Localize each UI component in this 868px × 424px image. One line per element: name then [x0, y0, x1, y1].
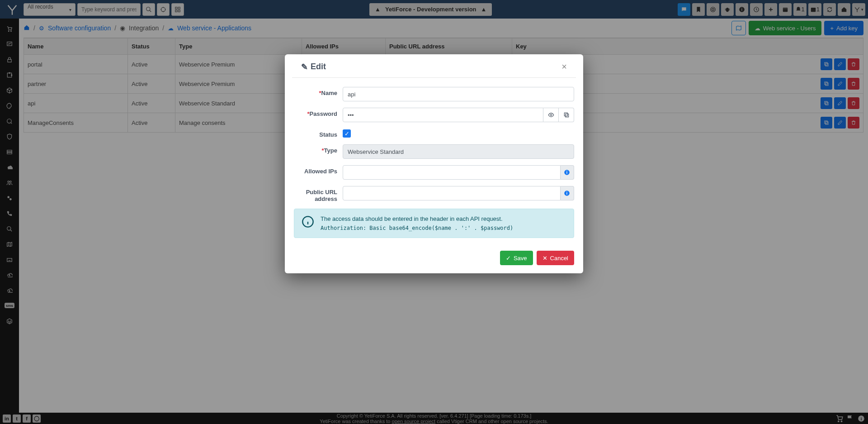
label-url: Public URL address — [306, 189, 337, 202]
info-code: Authorization: Basic base64_encode($name… — [321, 225, 513, 231]
label-password: Password — [310, 110, 337, 117]
label-type: Type — [324, 147, 337, 154]
password-input[interactable] — [343, 108, 543, 122]
public-url-input[interactable] — [343, 186, 561, 200]
svg-point-40 — [550, 114, 552, 116]
svg-text:i: i — [566, 171, 567, 175]
save-button[interactable]: ✓ Save — [500, 251, 533, 265]
info-circle-icon — [302, 215, 314, 231]
edit-modal: ✎ Edit × *Name *Password Status ✓ *Type — [285, 54, 583, 273]
type-input — [343, 144, 574, 159]
label-ips: Allowed IPs — [304, 168, 337, 175]
allowed-ips-input[interactable] — [343, 165, 561, 180]
url-info-button[interactable]: i — [561, 186, 574, 200]
modal-title-text: Edit — [311, 62, 326, 71]
svg-text:i: i — [566, 191, 567, 195]
show-password-button[interactable] — [543, 108, 559, 122]
check-icon: ✓ — [506, 255, 511, 262]
status-checkbox[interactable]: ✓ — [343, 129, 351, 138]
copy-password-button[interactable] — [559, 108, 574, 122]
close-icon: ✕ — [542, 255, 547, 262]
svg-rect-41 — [565, 114, 568, 117]
info-text: The access data should be entered in the… — [321, 215, 513, 222]
svg-rect-42 — [564, 113, 567, 116]
modal-close-button[interactable]: × — [561, 62, 567, 72]
ips-info-button[interactable]: i — [561, 165, 574, 180]
info-alert: The access data should be entered in the… — [294, 209, 574, 238]
pencil-icon: ✎ — [301, 62, 308, 72]
cancel-button[interactable]: ✕ Cancel — [537, 251, 574, 265]
label-name: Name — [321, 90, 337, 96]
label-status: Status — [319, 131, 337, 138]
name-input[interactable] — [343, 87, 574, 101]
